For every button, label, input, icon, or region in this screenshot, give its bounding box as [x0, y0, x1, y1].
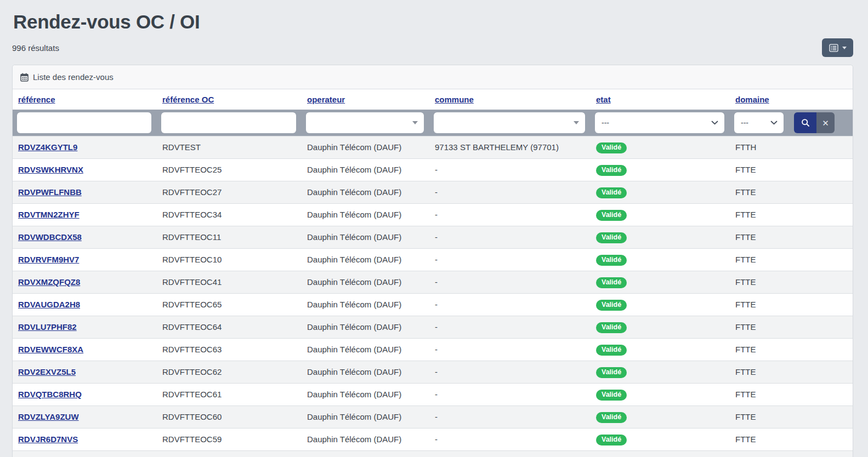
- table-row: RDVEWWCF8XA RDVFTTEOC63 Dauphin Télécom …: [13, 339, 853, 361]
- cell-domaine: FTTE: [730, 316, 853, 339]
- reference-link[interactable]: RDV2EXVZ5L5: [18, 367, 76, 376]
- cell-operateur: Dauphin Télécom (DAUF): [302, 204, 429, 226]
- filter-operateur-select[interactable]: [306, 112, 424, 133]
- search-button[interactable]: [794, 112, 816, 133]
- sort-operateur[interactable]: operateur: [307, 95, 345, 104]
- reference-link[interactable]: RDVQTBC8RHQ: [18, 390, 82, 399]
- cell-reference-oc: RDVFTTEOC27: [157, 181, 302, 204]
- reference-link[interactable]: RDVZ4KGYTL9: [18, 142, 77, 152]
- sort-commune[interactable]: commune: [435, 95, 474, 104]
- table-row: RDVLU7PHF82 RDVFTTEOC64 Dauphin Télécom …: [13, 316, 853, 339]
- table-row: RDVZLYA9ZUW RDVFTTEOC60 Dauphin Télécom …: [13, 406, 853, 429]
- cell-commune: -: [429, 451, 591, 457]
- results-count: 996 résultats: [12, 43, 59, 53]
- reference-link[interactable]: RDVXMZQFQZ8: [18, 277, 80, 287]
- cell-reference-oc: RDVFTTEOC25: [157, 159, 302, 181]
- table-row: RDVXMZQFQZ8 RDVFTTEOC41 Dauphin Télécom …: [13, 271, 853, 294]
- calendar-icon: [20, 73, 29, 82]
- sort-etat[interactable]: etat: [596, 95, 611, 104]
- card-title: Liste des rendez-vous: [33, 72, 114, 82]
- filter-actions: ✕: [794, 112, 835, 133]
- reference-link[interactable]: RDVWDBCDX58: [18, 232, 82, 242]
- cell-etat: Validé: [591, 204, 730, 226]
- chevron-down-icon: [711, 121, 718, 125]
- status-badge: Validé: [596, 142, 627, 153]
- table-row: RDVZ4KGYTL9 RDVTEST Dauphin Télécom (DAU…: [13, 136, 853, 159]
- cell-domaine: FTTE: [730, 159, 853, 181]
- cell-domaine: FTTE: [730, 429, 853, 451]
- search-icon: [801, 118, 810, 127]
- chevron-down-icon: [770, 121, 778, 125]
- reference-link[interactable]: RDVAUGDA2H8: [18, 300, 80, 309]
- table-row: RDVAUGDA2H8 RDVFTTEOC65 Dauphin Télécom …: [13, 294, 853, 316]
- cell-operateur: Dauphin Télécom (DAUF): [302, 361, 429, 384]
- cell-reference-oc: RDVFTTEOC63: [157, 339, 302, 361]
- cell-domaine: FTTE: [730, 361, 853, 384]
- cell-etat: Validé: [591, 339, 730, 361]
- status-badge: Validé: [596, 165, 627, 176]
- table-row: RDV2EXVZ5L5 RDVFTTEOC62 Dauphin Télécom …: [13, 361, 853, 384]
- reference-link[interactable]: RDVZLYA9ZUW: [18, 412, 79, 421]
- cell-operateur: Dauphin Télécom (DAUF): [302, 339, 429, 361]
- status-badge: Validé: [596, 210, 627, 221]
- table-body: RDVZ4KGYTL9 RDVTEST Dauphin Télécom (DAU…: [13, 136, 853, 457]
- cell-operateur: Dauphin Télécom (DAUF): [302, 136, 429, 159]
- status-badge: Validé: [596, 300, 627, 311]
- cell-etat: Validé: [591, 361, 730, 384]
- status-badge: Validé: [596, 255, 627, 266]
- cell-etat: Validé: [591, 429, 730, 451]
- status-badge: Validé: [596, 277, 627, 288]
- clear-filters-button[interactable]: ✕: [816, 112, 835, 133]
- sort-reference-oc[interactable]: référence OC: [162, 95, 214, 104]
- cell-reference-oc: RDVFTTEOC61: [157, 384, 302, 406]
- cell-commune: -: [429, 406, 591, 429]
- reference-link[interactable]: RDVTMN2ZHYF: [18, 210, 80, 219]
- meta-row: 996 résultats: [12, 38, 853, 57]
- page: Rendez-vous OC / OI 996 résultats: [0, 0, 868, 457]
- reference-link[interactable]: RDVRVFM9HV7: [18, 255, 79, 264]
- th-list-icon: [829, 44, 838, 52]
- cell-commune: -: [429, 181, 591, 204]
- filter-reference-input[interactable]: [17, 112, 151, 133]
- cell-reference-oc: RDVFTTEOC41: [157, 271, 302, 294]
- table-header-row: référence référence OC operateur commune…: [13, 89, 853, 110]
- view-options-button[interactable]: [822, 38, 853, 57]
- table-row: RDVJR6D7NVS RDVFTTEOC59 Dauphin Télécom …: [13, 429, 853, 451]
- cell-reference-oc: RDVFTTEOC58: [157, 451, 302, 457]
- cell-domaine: FTTE: [730, 271, 853, 294]
- cell-operateur: Dauphin Télécom (DAUF): [302, 406, 429, 429]
- filter-reference-oc-input[interactable]: [161, 112, 296, 133]
- reference-link[interactable]: RDVSWKHRVNX: [18, 165, 83, 174]
- reference-link[interactable]: RDVPWFLFNBB: [18, 187, 82, 197]
- status-badge: Validé: [596, 345, 627, 356]
- filter-domaine-value: ---: [741, 118, 748, 127]
- cell-operateur: Dauphin Télécom (DAUF): [302, 384, 429, 406]
- cell-reference-oc: RDVFTTEOC34: [157, 204, 302, 226]
- cell-etat: Validé: [591, 159, 730, 181]
- cell-domaine: FTTE: [730, 451, 853, 457]
- cell-operateur: Dauphin Télécom (DAUF): [302, 159, 429, 181]
- cell-reference-oc: RDVFTTEOC59: [157, 429, 302, 451]
- filter-commune-select[interactable]: [434, 112, 585, 133]
- table-row: RDVPWFLFNBB RDVFTTEOC27 Dauphin Télécom …: [13, 181, 853, 204]
- reference-link[interactable]: RDVJR6D7NVS: [18, 435, 78, 444]
- filter-domaine-select[interactable]: ---: [734, 112, 784, 133]
- filter-row: --- ---: [13, 110, 853, 136]
- table-row: RDVTMN2ZHYF RDVFTTEOC34 Dauphin Télécom …: [13, 204, 853, 226]
- cell-commune: -: [429, 249, 591, 271]
- caret-down-icon: [842, 47, 847, 49]
- cell-etat: Validé: [591, 181, 730, 204]
- cell-operateur: Dauphin Télécom (DAUF): [302, 271, 429, 294]
- cell-commune: 97133 ST BARTHELEMY (97701): [429, 136, 591, 159]
- cell-etat: Validé: [591, 271, 730, 294]
- table-row: RDVQW6MV8BW RDVFTTEOC58 Dauphin Télécom …: [13, 451, 853, 457]
- status-badge: Validé: [596, 322, 627, 333]
- cell-operateur: Dauphin Télécom (DAUF): [302, 226, 429, 249]
- reference-link[interactable]: RDVLU7PHF82: [18, 322, 77, 332]
- reference-link[interactable]: RDVEWWCF8XA: [18, 345, 83, 354]
- cell-etat: Validé: [591, 136, 730, 159]
- cell-domaine: FTTE: [730, 339, 853, 361]
- filter-etat-select[interactable]: ---: [595, 112, 724, 133]
- sort-domaine[interactable]: domaine: [735, 95, 769, 104]
- sort-reference[interactable]: référence: [18, 95, 55, 104]
